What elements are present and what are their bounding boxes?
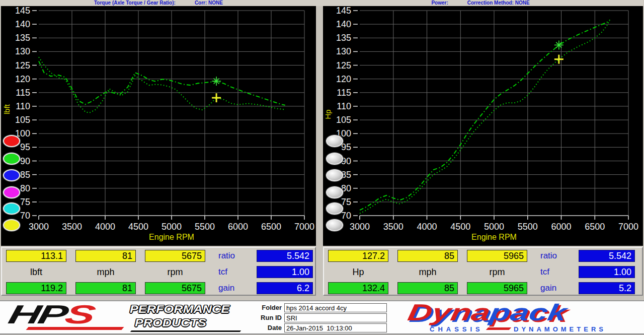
ratio-label: ratio bbox=[540, 250, 576, 262]
power-chart-header: Power: Correction Method: NONE bbox=[317, 0, 644, 6]
gain-label: gain bbox=[540, 282, 576, 294]
run-select-oval[interactable] bbox=[326, 219, 343, 231]
svg-text:145: 145 bbox=[336, 6, 351, 16]
gain-value: 5.2 bbox=[579, 282, 635, 294]
svg-text:6500: 6500 bbox=[261, 222, 281, 232]
svg-text:6500: 6500 bbox=[585, 222, 605, 232]
svg-text:5500: 5500 bbox=[518, 222, 538, 232]
rpm-unit-label: rpm bbox=[145, 266, 205, 278]
svg-text:75: 75 bbox=[341, 197, 351, 207]
dynapack-chassis-text: CHASSIS bbox=[430, 325, 484, 333]
run-select-oval[interactable] bbox=[3, 219, 20, 231]
svg-text:3000: 3000 bbox=[29, 222, 49, 232]
date-label: Date bbox=[252, 323, 282, 332]
svg-text:120: 120 bbox=[15, 74, 30, 84]
power-chart-panel: 7075808590951001051101151201251301351401… bbox=[323, 6, 643, 246]
svg-text:105: 105 bbox=[15, 115, 30, 125]
svg-text:95: 95 bbox=[341, 142, 351, 152]
svg-text:115: 115 bbox=[16, 88, 30, 98]
folder-input[interactable]: hps 2014 accord 4cy bbox=[284, 303, 387, 312]
torque-gain-rpm: 5675 bbox=[145, 282, 205, 294]
svg-text:90: 90 bbox=[20, 156, 30, 166]
power-header-title: Power: bbox=[431, 0, 448, 6]
run-select-oval[interactable] bbox=[326, 169, 343, 181]
folder-label: Folder bbox=[252, 303, 282, 312]
svg-text:130: 130 bbox=[336, 46, 351, 56]
run-select-oval[interactable] bbox=[3, 153, 20, 165]
power-correction-status: Correction Method: NONE bbox=[467, 0, 530, 6]
dynapack-logo-word: Dynapack bbox=[406, 298, 569, 326]
run-select-oval[interactable] bbox=[326, 186, 343, 198]
ratio-label: ratio bbox=[218, 250, 254, 262]
window-title-strip: Torque (Axle Torque / Gear Ratio): Corr:… bbox=[0, 0, 644, 6]
svg-text:120: 120 bbox=[336, 74, 351, 84]
power-gain-rpm: 5965 bbox=[467, 282, 527, 294]
svg-text:5500: 5500 bbox=[195, 222, 215, 232]
speed-unit-label: mph bbox=[75, 266, 136, 278]
svg-text:130: 130 bbox=[15, 46, 30, 56]
hps-performance-text: PERFORMANCE bbox=[130, 303, 229, 316]
torque-chart-header: Torque (Axle Torque / Gear Ratio): Corr:… bbox=[0, 0, 317, 6]
run-select-oval[interactable] bbox=[3, 203, 20, 215]
svg-text:lbft: lbft bbox=[3, 104, 11, 114]
svg-text:110: 110 bbox=[16, 101, 30, 111]
svg-text:7000: 7000 bbox=[618, 222, 638, 232]
svg-text:3500: 3500 bbox=[62, 222, 82, 232]
folder-row: Folderhps 2014 accord 4cy bbox=[252, 303, 392, 313]
svg-text:75: 75 bbox=[20, 197, 30, 207]
power-cursor-value: 127.2 bbox=[328, 250, 388, 262]
tcf-value: 1.00 bbox=[579, 266, 635, 278]
dynapack-logo: Dynapack CHASSIS DYNAMOMETERS bbox=[411, 301, 637, 333]
svg-text:4500: 4500 bbox=[450, 222, 470, 232]
svg-text:3000: 3000 bbox=[350, 222, 370, 232]
torque-correction-status: Corr: NONE bbox=[195, 0, 223, 6]
power-gain-mph: 85 bbox=[397, 282, 458, 294]
svg-text:145: 145 bbox=[15, 6, 30, 16]
run-select-oval[interactable] bbox=[3, 135, 20, 147]
date-row: Date26-Jan-2015 10:13:00 bbox=[252, 323, 392, 333]
run-select-oval[interactable] bbox=[326, 153, 343, 165]
run-select-oval[interactable] bbox=[3, 169, 20, 181]
svg-text:110: 110 bbox=[337, 101, 351, 111]
run-select-oval[interactable] bbox=[326, 135, 343, 147]
torque-gain-value: 119.2 bbox=[6, 282, 66, 294]
svg-text:140: 140 bbox=[15, 19, 30, 29]
torque-readout-panel: 113.1 81 5675 lbft mph rpm 119.2 81 5675… bbox=[1, 247, 316, 296]
torque-chart-panel: 7075808590951001051101151201251301351401… bbox=[1, 6, 316, 246]
hps-underline bbox=[130, 330, 242, 332]
dynapack-pack: pack bbox=[488, 299, 569, 325]
torque-cursor-mph: 81 bbox=[75, 250, 136, 262]
svg-text:Engine RPM: Engine RPM bbox=[149, 233, 194, 241]
torque-cursor-value: 113.1 bbox=[6, 250, 66, 262]
svg-text:135: 135 bbox=[15, 33, 30, 43]
power-chart[interactable]: 7075808590951001051101151201251301351401… bbox=[323, 6, 643, 246]
torque-chart[interactable]: 7075808590951001051101151201251301351401… bbox=[1, 6, 316, 246]
tcf-label: tcf bbox=[218, 266, 254, 278]
svg-text:5000: 5000 bbox=[162, 222, 182, 232]
svg-text:4500: 4500 bbox=[128, 222, 148, 232]
svg-text:5000: 5000 bbox=[484, 222, 504, 232]
hps-hp: HP bbox=[6, 300, 68, 329]
svg-text:4000: 4000 bbox=[95, 222, 115, 232]
svg-text:115: 115 bbox=[337, 88, 351, 98]
svg-text:Hp: Hp bbox=[324, 109, 332, 119]
run-select-oval[interactable] bbox=[326, 203, 343, 215]
dynapack-dyna: Dyna bbox=[406, 299, 492, 325]
speed-unit-label: mph bbox=[397, 266, 458, 278]
torque-gain-mph: 81 bbox=[75, 282, 136, 294]
power-unit-label: Hp bbox=[328, 266, 388, 278]
svg-text:6000: 6000 bbox=[228, 222, 248, 232]
date-input[interactable]: 26-Jan-2015 10:13:00 bbox=[284, 323, 387, 332]
run-select-oval[interactable] bbox=[3, 186, 20, 198]
run-id-label: Run ID bbox=[252, 313, 282, 322]
run-id-input[interactable]: SRI bbox=[284, 313, 387, 322]
svg-text:70: 70 bbox=[341, 211, 351, 221]
hps-logo: HPS PERFORMANCE PRODUCTS bbox=[10, 301, 247, 333]
svg-text:6000: 6000 bbox=[551, 222, 571, 232]
run-id-row: Run IDSRI bbox=[252, 313, 392, 323]
hps-s: S bbox=[62, 300, 96, 329]
svg-text:80: 80 bbox=[20, 183, 30, 193]
torque-header-title: Torque (Axle Torque / Gear Ratio): bbox=[94, 0, 176, 6]
run-info-fields: Folderhps 2014 accord 4cy Run IDSRI Date… bbox=[252, 303, 392, 333]
ratio-value: 5.542 bbox=[579, 250, 635, 262]
